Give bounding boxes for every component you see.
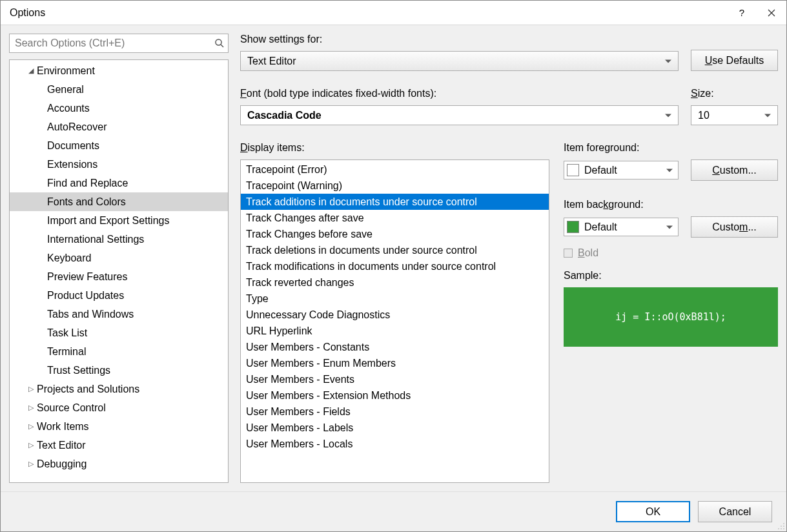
options-tree[interactable]: ◢EnvironmentGeneralAccountsAutoRecoverDo… bbox=[9, 59, 229, 483]
window-controls: ? bbox=[727, 1, 786, 25]
list-item[interactable]: Type bbox=[241, 291, 549, 307]
label-sample: Sample: bbox=[564, 270, 778, 281]
tree-item-environment[interactable]: ◢Environment bbox=[10, 61, 228, 80]
tree-item-label: Keyboard bbox=[47, 252, 92, 264]
font-select[interactable]: Cascadia Code bbox=[240, 105, 679, 125]
tree-item-find-and-replace[interactable]: Find and Replace bbox=[10, 174, 228, 192]
size-select[interactable]: 10 bbox=[691, 105, 778, 125]
help-button[interactable]: ? bbox=[727, 1, 757, 25]
chevron-right-icon: ▷ bbox=[26, 441, 36, 449]
tree-item-import-and-export-settings[interactable]: Import and Export Settings bbox=[10, 211, 228, 230]
show-settings-for-select[interactable]: Text Editor bbox=[240, 51, 679, 71]
right-pane: Show settings for: Text Editor Use Defau… bbox=[240, 34, 778, 483]
list-item[interactable]: URL Hyperlink bbox=[241, 323, 549, 339]
tree-item-label: Task List bbox=[47, 327, 87, 339]
size-value: 10 bbox=[698, 110, 710, 121]
tree-item-tabs-and-windows[interactable]: Tabs and Windows bbox=[10, 305, 228, 323]
tree-item-preview-features[interactable]: Preview Features bbox=[10, 267, 228, 286]
tree-item-task-list[interactable]: Task List bbox=[10, 323, 228, 342]
tree-item-product-updates[interactable]: Product Updates bbox=[10, 286, 228, 305]
tree-item-label: Work Items bbox=[37, 421, 89, 433]
list-item[interactable]: Track deletions in documents under sourc… bbox=[241, 242, 549, 258]
chevron-right-icon: ▷ bbox=[26, 404, 36, 412]
tree-item-label: Documents bbox=[47, 140, 99, 152]
list-item[interactable]: User Members - Events bbox=[241, 371, 549, 387]
item-background-select[interactable]: Default bbox=[564, 218, 679, 236]
list-item[interactable]: User Members - Locals bbox=[241, 436, 549, 452]
display-items-listbox[interactable]: Tracepoint (Error)Tracepoint (Warning)Tr… bbox=[240, 159, 549, 483]
tree-item-work-items[interactable]: ▷Work Items bbox=[10, 417, 228, 436]
tree-item-autorecover[interactable]: AutoRecover bbox=[10, 118, 228, 136]
use-defaults-button[interactable]: Use Defaults bbox=[691, 50, 778, 71]
foreground-custom-button[interactable]: Custom... bbox=[691, 159, 778, 181]
tree-item-trust-settings[interactable]: Trust Settings bbox=[10, 361, 228, 380]
chevron-right-icon: ▷ bbox=[26, 422, 36, 431]
tree-item-source-control[interactable]: ▷Source Control bbox=[10, 398, 228, 417]
list-item[interactable]: Track reverted changes bbox=[241, 274, 549, 291]
list-item[interactable]: User Members - Enum Members bbox=[241, 355, 549, 371]
list-item[interactable]: Tracepoint (Warning) bbox=[241, 178, 549, 194]
list-item[interactable]: Tracepoint (Error) bbox=[241, 161, 549, 178]
tree-item-keyboard[interactable]: Keyboard bbox=[10, 249, 228, 267]
field-size: Size: 10 bbox=[691, 88, 778, 125]
close-button[interactable] bbox=[757, 1, 786, 25]
svg-point-3 bbox=[783, 526, 784, 527]
tree-item-projects-and-solutions[interactable]: ▷Projects and Solutions bbox=[10, 380, 228, 398]
item-background-value: Default bbox=[584, 221, 617, 233]
show-settings-for-value: Text Editor bbox=[247, 56, 296, 67]
cancel-button[interactable]: Cancel bbox=[698, 501, 772, 522]
tree-item-documents[interactable]: Documents bbox=[10, 136, 228, 155]
tree-item-label: Trust Settings bbox=[47, 365, 110, 376]
list-item[interactable]: User Members - Labels bbox=[241, 420, 549, 436]
display-items-area: Display items: Tracepoint (Error)Tracepo… bbox=[240, 142, 549, 483]
list-item[interactable]: Track modifications in documents under s… bbox=[241, 258, 549, 274]
tree-item-accounts[interactable]: Accounts bbox=[10, 99, 228, 118]
field-font: Font (bold type indicates fixed-width fo… bbox=[240, 88, 679, 125]
tree-item-label: Terminal bbox=[47, 346, 86, 358]
close-icon bbox=[768, 9, 775, 17]
dialog-body: ◢EnvironmentGeneralAccountsAutoRecoverDo… bbox=[1, 25, 786, 491]
list-item[interactable]: Track Changes before save bbox=[241, 226, 549, 242]
resize-grip-icon[interactable] bbox=[777, 522, 785, 530]
window-title: Options bbox=[10, 7, 727, 19]
tree-item-label: Source Control bbox=[37, 402, 106, 414]
label-show-settings-for: Show settings for: bbox=[240, 34, 679, 45]
list-item[interactable]: Track additions in documents under sourc… bbox=[241, 194, 549, 210]
tree-item-label: Find and Replace bbox=[47, 178, 128, 189]
tree-item-label: Product Updates bbox=[47, 290, 124, 302]
font-value: Cascadia Code bbox=[247, 110, 322, 121]
tree-item-extensions[interactable]: Extensions bbox=[10, 155, 228, 174]
tree-item-terminal[interactable]: Terminal bbox=[10, 342, 228, 361]
titlebar: Options ? bbox=[1, 1, 786, 25]
dialog-footer: OK Cancel bbox=[1, 491, 786, 531]
list-item[interactable]: User Members - Fields bbox=[241, 404, 549, 420]
list-item[interactable]: Track Changes after save bbox=[241, 210, 549, 226]
field-show-settings-for: Show settings for: Text Editor bbox=[240, 34, 679, 71]
tree-item-label: Tabs and Windows bbox=[47, 309, 134, 320]
tree-item-label: Fonts and Colors bbox=[47, 196, 126, 208]
tree-item-label: Extensions bbox=[47, 159, 97, 170]
tree-item-international-settings[interactable]: International Settings bbox=[10, 230, 228, 249]
list-item[interactable]: User Members - Extension Methods bbox=[241, 387, 549, 404]
background-custom-button[interactable]: Custom... bbox=[691, 216, 778, 238]
help-icon: ? bbox=[739, 7, 744, 18]
chevron-down-icon: ◢ bbox=[26, 66, 36, 75]
tree-item-text-editor[interactable]: ▷Text Editor bbox=[10, 436, 228, 455]
label-item-background: Item background: bbox=[564, 199, 778, 210]
search-wrap bbox=[9, 34, 229, 53]
row-display-items: Display items: Tracepoint (Error)Tracepo… bbox=[240, 142, 778, 483]
list-item[interactable]: Unnecessary Code Diagnostics bbox=[241, 307, 549, 323]
item-foreground-select[interactable]: Default bbox=[564, 161, 679, 179]
search-input[interactable] bbox=[9, 34, 229, 53]
label-size: Size: bbox=[691, 88, 778, 99]
background-swatch bbox=[567, 221, 579, 233]
row-font-size: Font (bold type indicates fixed-width fo… bbox=[240, 88, 778, 125]
tree-item-fonts-and-colors[interactable]: Fonts and Colors bbox=[10, 192, 228, 211]
ok-button[interactable]: OK bbox=[616, 501, 690, 522]
label-display-items: Display items: bbox=[240, 142, 549, 154]
chevron-right-icon: ▷ bbox=[26, 460, 36, 468]
sample-preview: ij = I::oO(0xB81l); bbox=[564, 287, 778, 347]
list-item[interactable]: User Members - Constants bbox=[241, 339, 549, 355]
tree-item-debugging[interactable]: ▷Debugging bbox=[10, 455, 228, 473]
tree-item-general[interactable]: General bbox=[10, 80, 228, 99]
